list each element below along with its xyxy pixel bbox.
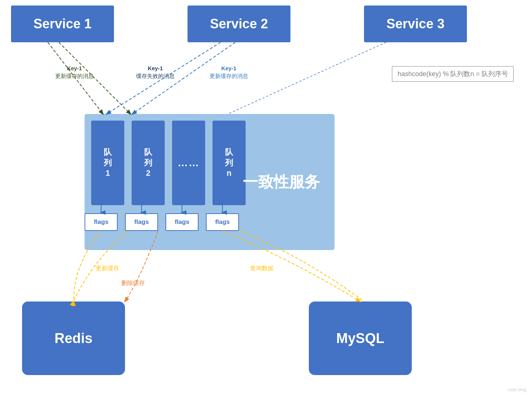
flags4-label: flags	[215, 218, 230, 226]
update-cache-text: 更新缓存	[96, 265, 119, 271]
service3-box: Service 3	[364, 6, 467, 42]
annotation-box: hashcode(key) % 队列数n = 队列序号	[392, 66, 514, 82]
key1-title: Key-1	[55, 64, 94, 72]
service1-box: Service 1	[11, 6, 114, 42]
flags1-label: flags	[94, 218, 108, 226]
flags2-label: flags	[134, 218, 149, 226]
annotation-text: hashcode(key) % 队列数n = 队列序号	[397, 70, 508, 78]
key3-sub: 更新缓存的消息	[210, 72, 248, 80]
flags1-box: flags	[85, 213, 118, 231]
service1-label: Service 1	[33, 16, 92, 32]
queue1-label: 队列1	[104, 147, 112, 179]
redis-label: Redis	[54, 331, 92, 346]
key2-title: Key-1	[136, 64, 175, 72]
service3-label: Service 3	[386, 16, 444, 32]
queue3-label: ……	[178, 156, 200, 170]
watermark: csdn blog	[508, 387, 526, 392]
queue4-box: 队列n	[213, 121, 246, 205]
queue2-box: 队列2	[132, 121, 165, 205]
key3-title: Key-1	[210, 64, 248, 72]
service2-label: Service 2	[210, 16, 268, 32]
query-data-label: 查询数据	[250, 265, 274, 272]
flags3-label: flags	[175, 218, 189, 226]
update-cache-label: 更新缓存	[96, 265, 119, 272]
mysql-label: MySQL	[336, 331, 385, 346]
flags2-box: flags	[125, 213, 158, 231]
mysql-box: MySQL	[309, 302, 412, 375]
service2-box: Service 2	[188, 6, 290, 42]
service3-to-consistency-arrow	[228, 42, 386, 114]
flags4-box: flags	[206, 213, 239, 231]
queue4-label: 队列n	[225, 147, 233, 179]
key3-label: Key-1 更新缓存的消息	[210, 64, 248, 80]
queue1-box: 队列1	[91, 121, 124, 205]
delete-cache-text: 删除缓存	[121, 280, 145, 286]
key2-sub: 缓存失效的消息	[136, 72, 175, 80]
flags3-box: flags	[165, 213, 199, 231]
queue2-label: 队列2	[144, 147, 152, 179]
query-data-text: 查询数据	[250, 265, 274, 271]
diagram-container: Service 1 Service 2 Service 3 hashcode(k…	[0, 0, 532, 396]
delete-cache-label: 删除缓存	[121, 279, 145, 287]
redis-box: Redis	[22, 302, 125, 375]
key1-label: Key-1 更新缓存的消息	[55, 64, 94, 80]
consistency-service-label: 一致性服务	[243, 172, 320, 192]
key2-label: Key-1 缓存失效的消息	[136, 64, 175, 80]
queue3-box: ……	[172, 121, 205, 205]
consistency-service-text: 一致性服务	[243, 173, 320, 190]
key1-sub: 更新缓存的消息	[55, 72, 94, 80]
